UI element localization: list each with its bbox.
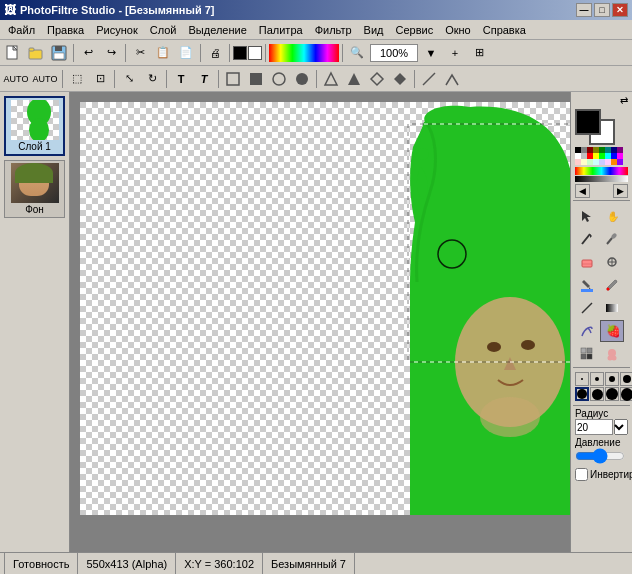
dia1-btn[interactable] [366,68,388,90]
color-next-button[interactable]: ▶ [613,184,628,198]
brush-size-8[interactable] [620,387,632,401]
fg-color-swatch[interactable] [575,109,601,135]
radius-input[interactable]: 20 [575,419,613,435]
menu-selection[interactable]: Выделение [182,22,252,38]
select-tool-btn[interactable]: ⊡ [89,68,111,90]
brush-size-5[interactable] [575,387,589,401]
save-file-button[interactable] [48,42,70,64]
maximize-button[interactable]: □ [594,3,610,17]
tool-stamp[interactable] [600,251,624,273]
brush-size-7[interactable] [605,387,619,401]
quick-bg-color[interactable] [248,46,262,60]
tri2-btn[interactable] [343,68,365,90]
app-icon: 🖼 [4,3,16,17]
text-style-btn[interactable]: T [193,68,215,90]
tool-line[interactable] [575,297,599,319]
zoom-fit-button[interactable]: ⊞ [468,42,490,64]
line1-btn[interactable] [418,68,440,90]
color-spectrum-bar[interactable] [269,44,339,62]
brush-size-2[interactable] [590,372,604,386]
tool-move[interactable]: ✋ [600,205,624,227]
cut-button[interactable]: ✂ [129,42,151,64]
brush-size-4[interactable] [620,372,632,386]
svg-rect-47 [587,348,592,353]
menu-window[interactable]: Окно [439,22,477,38]
tool-eyedropper[interactable] [600,274,624,296]
menu-view[interactable]: Вид [358,22,390,38]
zoom-dropdown-button[interactable]: ▼ [420,42,442,64]
menu-layer[interactable]: Слой [144,22,183,38]
redo-button[interactable]: ↪ [100,42,122,64]
canvas-scroll[interactable] [70,92,570,552]
zoom-input[interactable]: 100% [370,44,418,62]
palette-violet[interactable] [617,159,623,165]
menu-filter[interactable]: Фильтр [309,22,358,38]
tool-fill[interactable] [575,274,599,296]
tri1-btn[interactable] [320,68,342,90]
copy-button[interactable]: 📋 [152,42,174,64]
text-tb-btn[interactable]: T [170,68,192,90]
radius-combo[interactable]: ▼ [614,419,628,435]
layer-item-bg[interactable]: Фон [4,160,65,218]
params-area: Радиус 20 ▼ Давление Инвертиров. [573,406,630,483]
invert-checkbox[interactable] [575,468,588,481]
menu-image[interactable]: Рисунок [90,22,144,38]
menu-palette[interactable]: Палитра [253,22,309,38]
tool-blur[interactable]: 🍓 [600,320,624,342]
title-bar-controls[interactable]: — □ ✕ [576,3,628,17]
svg-rect-6 [54,53,64,59]
select-rect-btn[interactable]: ⬚ [66,68,88,90]
exchange-colors-button[interactable]: ⇄ [620,95,628,106]
layer-item-1[interactable]: Слой 1 [4,96,65,156]
menu-service[interactable]: Сервис [390,22,440,38]
color-nav: ◀ ▶ [575,184,628,198]
print-button[interactable]: 🖨 [204,42,226,64]
minimize-button[interactable]: — [576,3,592,17]
menu-file[interactable]: Файл [2,22,41,38]
layer-thumb-bg [11,163,59,203]
menu-edit[interactable]: Правка [41,22,90,38]
svg-point-26 [480,397,540,437]
brush-size-3[interactable] [605,372,619,386]
undo-button[interactable]: ↩ [77,42,99,64]
tool-gradient[interactable] [600,297,624,319]
pressure-slider[interactable] [575,448,625,464]
color-gradient-bar[interactable] [575,167,628,175]
transform-btn[interactable]: ⤡ [118,68,140,90]
brush-size-1[interactable] [575,372,589,386]
rotate-btn[interactable]: ↻ [141,68,163,90]
brush-size-6[interactable] [590,387,604,401]
brush-size-area [573,370,630,406]
shape3-btn[interactable] [268,68,290,90]
paste-button[interactable]: 📄 [175,42,197,64]
dia2-btn[interactable] [389,68,411,90]
menu-help[interactable]: Справка [477,22,532,38]
close-button[interactable]: ✕ [612,3,628,17]
tool-select[interactable] [575,205,599,227]
tool-brush[interactable] [600,228,624,250]
tb2-sep5 [316,70,317,88]
tool-special[interactable] [600,343,624,365]
open-file-button[interactable] [25,42,47,64]
line2-btn[interactable] [441,68,463,90]
grayscale-bar[interactable] [575,176,628,182]
svg-rect-48 [581,354,586,359]
tool-rect-pattern[interactable] [575,343,599,365]
shape4-btn[interactable] [291,68,313,90]
canvas-area[interactable] [70,92,570,552]
color-prev-button[interactable]: ◀ [575,184,590,198]
toolbar-separator-6 [342,44,343,62]
tool-smudge[interactable] [575,320,599,342]
new-file-button[interactable] [2,42,24,64]
svg-rect-5 [55,46,62,51]
tool-eraser[interactable] [575,251,599,273]
zoom-out-button[interactable]: 🔍 [346,42,368,64]
svg-marker-11 [325,73,337,85]
tool-pen[interactable] [575,228,599,250]
zoom-in-button[interactable]: + [444,42,466,64]
auto2-button[interactable]: AUTO [31,68,59,90]
shape1-btn[interactable] [222,68,244,90]
shape2-btn[interactable] [245,68,267,90]
auto-button[interactable]: AUTO [2,68,30,90]
quick-fg-color[interactable] [233,46,247,60]
